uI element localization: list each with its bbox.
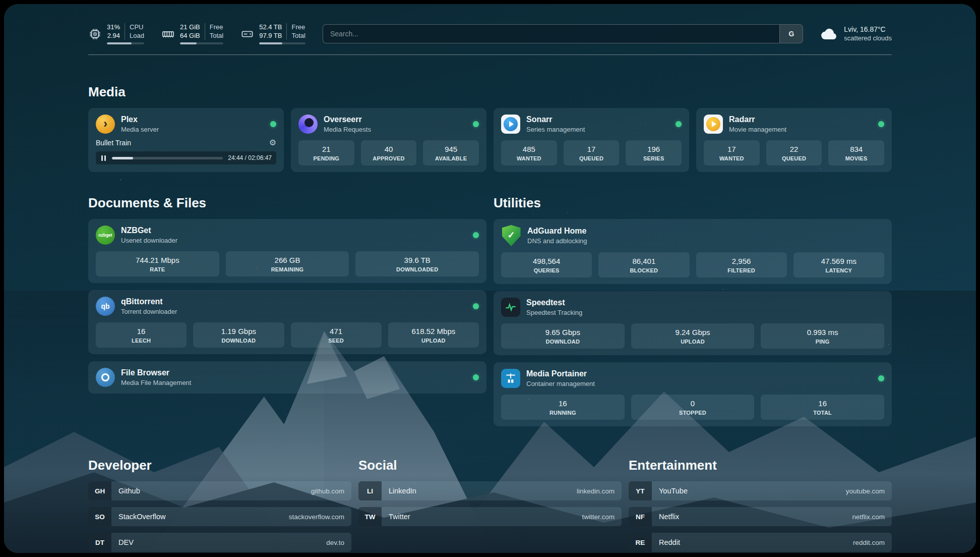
plex-icon: ›	[96, 115, 115, 134]
gear-icon[interactable]: ⚙	[269, 139, 276, 147]
stat-value: 47.569 ms	[795, 257, 882, 265]
bookmark-abbr: SO	[88, 507, 111, 526]
bookmark-name: LinkedIn	[382, 487, 416, 495]
disk-label-1: Free	[291, 23, 305, 32]
bookmark-name: Github	[111, 487, 140, 495]
bookmark-abbr: GH	[88, 481, 111, 500]
bookmark-abbr: LI	[358, 481, 382, 500]
disk-progress-track	[259, 42, 305, 44]
topbar: 31% 2.94 CPU Load	[88, 19, 892, 48]
bookmark-stackoverflow[interactable]: SO StackOverflow stackoverflow.com	[88, 507, 351, 526]
stat-label: DOWNLOADED	[357, 266, 477, 272]
entertainment-heading: Entertainment	[629, 458, 892, 473]
card-sonarr[interactable]: Sonarr Series management 485 WANTED 17 Q…	[494, 108, 689, 172]
stat-total: 16 TOTAL	[761, 395, 884, 420]
weather-condition: scattered clouds	[844, 34, 892, 43]
bookmark-name: Netflix	[652, 513, 679, 521]
card-speedtest[interactable]: Speedtest Speedtest Tracking 9.65 Gbps D…	[494, 291, 892, 355]
cpu-value-1: 31%	[107, 23, 120, 32]
adguard-icon: ✓	[501, 226, 521, 246]
plex-player-strip: 24:44 / 02:06:47	[96, 151, 276, 164]
stat-label: UPLOAD	[633, 339, 753, 345]
stat-running: 16 RUNNING	[501, 395, 625, 420]
bookmark-url: linkedin.com	[577, 487, 622, 495]
bookmark-linkedin[interactable]: LI LinkedIn linkedin.com	[358, 481, 622, 500]
section-documents: Documents & Files nzbget NZBGet Usenet d…	[88, 195, 486, 426]
card-nzbget[interactable]: nzbget NZBGet Usenet downloader 744.21 M…	[88, 219, 486, 283]
portainer-status-dot	[878, 375, 884, 381]
stat-value: 945	[425, 145, 477, 153]
stat-leech: 16 LEECH	[96, 322, 187, 348]
memory-progress-fill	[180, 42, 197, 44]
bookmark-abbr: TW	[358, 507, 382, 526]
stat-label: SEED	[293, 338, 380, 344]
stat-label: REMAINING	[228, 266, 347, 272]
bookmark-name: Twitter	[382, 513, 410, 521]
stat-label: PENDING	[300, 155, 352, 161]
overseerr-icon	[298, 115, 318, 134]
bookmark-youtube[interactable]: YT YouTube youtube.com	[629, 481, 892, 500]
stat-label: QUEUED	[768, 155, 820, 161]
weather-location: Lviv, 16.87°C	[844, 25, 892, 34]
bookmark-url: dev.to	[326, 539, 351, 546]
bookmark-url: github.com	[311, 487, 351, 495]
card-plex[interactable]: › Plex Media server Bullet Train ⚙	[88, 108, 284, 172]
dashboard-screen: 31% 2.94 CPU Load	[4, 4, 976, 553]
adguard-name: AdGuard Home	[527, 227, 587, 236]
stat-queued: 17 QUEUED	[564, 140, 620, 165]
overseerr-desc: Media Requests	[324, 126, 371, 133]
portainer-icon	[501, 369, 520, 388]
card-portainer[interactable]: Media Portainer Container management 16 …	[494, 362, 892, 426]
cpu-progress-fill	[107, 42, 132, 44]
stat-label: RUNNING	[503, 410, 623, 416]
bookmark-name: StackOverflow	[111, 513, 165, 521]
stat-remaining: 266 GB REMAINING	[226, 251, 349, 276]
filebrowser-icon	[96, 368, 115, 387]
stat-value: 22	[768, 145, 820, 153]
plex-progress-track[interactable]	[112, 157, 223, 159]
filebrowser-desc: Media File Management	[121, 379, 191, 386]
nzbget-icon: nzbget	[96, 226, 115, 245]
radarr-desc: Movie management	[729, 126, 786, 133]
disk-value-2: 97.9 TB	[259, 32, 282, 40]
card-radarr[interactable]: Radarr Movie management 17 WANTED 22 QUE…	[696, 108, 892, 172]
pause-button[interactable]	[100, 154, 107, 162]
search-input[interactable]	[323, 30, 779, 38]
card-filebrowser[interactable]: File Browser Media File Management	[88, 361, 486, 394]
stat-filtered: 2,956 FILTERED	[696, 252, 787, 277]
card-qbittorrent[interactable]: qb qBittorrent Torrent downloader 16 LEE…	[88, 290, 486, 354]
stat-value: 1.19 Gbps	[195, 327, 282, 336]
adguard-check-glyph: ✓	[507, 230, 515, 241]
radarr-status-dot	[878, 121, 884, 127]
portainer-desc: Container management	[526, 380, 595, 387]
stat-label: MOVIES	[830, 155, 882, 161]
cpu-label-1: CPU	[130, 23, 144, 32]
card-overseerr[interactable]: Overseerr Media Requests 21 PENDING 40 A…	[291, 108, 486, 172]
bookmark-dev[interactable]: DT DEV dev.to	[88, 533, 351, 552]
card-adguard[interactable]: ✓ AdGuard Home DNS and adblocking 498,56…	[494, 219, 892, 284]
portainer-name: Media Portainer	[526, 369, 595, 378]
search-engine-button[interactable]: G	[779, 25, 803, 43]
stat-available: 945 AVAILABLE	[423, 140, 479, 165]
stat-download: 9.65 Gbps DOWNLOAD	[501, 323, 625, 349]
overseerr-name: Overseerr	[324, 115, 371, 124]
bookmark-netflix[interactable]: NF Netflix netflix.com	[629, 507, 892, 526]
stat-wanted: 485 WANTED	[501, 140, 557, 165]
bookmark-reddit[interactable]: RE Reddit reddit.com	[629, 533, 892, 552]
bookmark-github[interactable]: GH Github github.com	[88, 481, 351, 500]
stat-label: PING	[763, 339, 882, 345]
qbittorrent-logo-text: qb	[101, 302, 109, 310]
filebrowser-name: File Browser	[121, 368, 191, 377]
cpu-label-2: Load	[130, 32, 144, 40]
plex-chevron-glyph: ›	[103, 118, 107, 130]
stat-label: LEECH	[98, 338, 185, 344]
stat-rate: 744.21 Mbps RATE	[96, 251, 219, 276]
bookmark-url: stackoverflow.com	[289, 513, 351, 521]
bookmark-twitter[interactable]: TW Twitter twitter.com	[358, 507, 622, 526]
stat-value: 16	[763, 399, 882, 408]
stat-label: WANTED	[503, 155, 555, 161]
disk-value-1: 52.4 TB	[259, 23, 282, 32]
documents-heading: Documents & Files	[88, 195, 486, 211]
bookmark-name: YouTube	[652, 487, 688, 495]
stat-value: 40	[363, 145, 415, 153]
